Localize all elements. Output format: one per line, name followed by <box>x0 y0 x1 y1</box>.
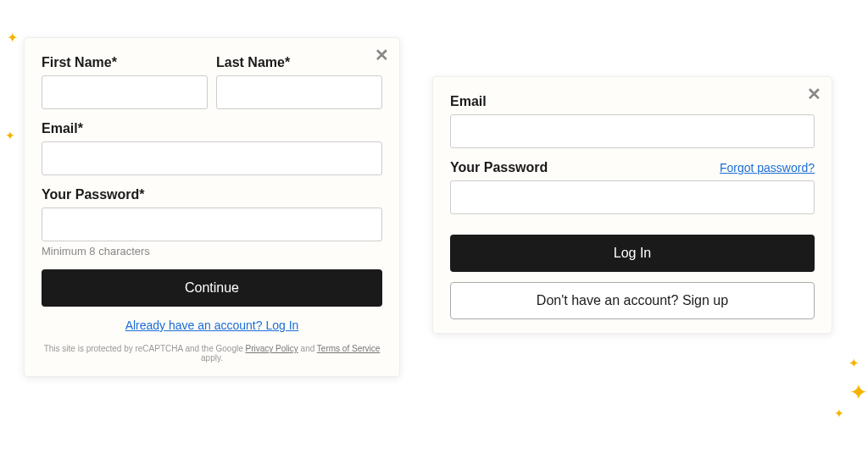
last-name-input[interactable] <box>216 75 382 109</box>
close-icon[interactable]: ✕ <box>807 86 821 102</box>
first-name-input[interactable] <box>42 75 208 109</box>
sparkle-icon: ✦ <box>849 356 860 371</box>
email-field-group: Email <box>450 94 815 148</box>
password-field-group: Your Password Forgot password? <box>450 160 815 214</box>
switch-to-login-link[interactable]: Already have an account? Log In <box>42 318 382 332</box>
password-input[interactable] <box>42 208 382 241</box>
login-modal: ✕ Email Your Password Forgot password? L… <box>432 76 832 334</box>
email-label: Email* <box>42 121 382 136</box>
sparkle-icon: ✦ <box>7 30 18 46</box>
legal-prefix: This site is protected by reCAPTCHA and … <box>44 344 246 353</box>
last-name-label: Last Name* <box>216 55 382 70</box>
terms-of-service-link[interactable]: Terms of Service <box>317 344 380 353</box>
password-label: Your Password* <box>42 187 382 202</box>
signup-modal: ✕ First Name* Last Name* Email* Your Pas… <box>24 37 400 377</box>
privacy-policy-link[interactable]: Privacy Policy <box>246 344 298 353</box>
password-hint: Minimum 8 characters <box>42 245 382 257</box>
email-field-group: Email* <box>42 121 382 175</box>
legal-and: and <box>298 344 317 353</box>
email-label: Email <box>450 94 815 109</box>
first-name-label: First Name* <box>42 55 208 70</box>
forgot-password-link[interactable]: Forgot password? <box>720 161 815 174</box>
legal-text: This site is protected by reCAPTCHA and … <box>42 344 382 363</box>
legal-suffix: apply. <box>201 353 223 363</box>
password-label: Your Password <box>450 160 548 175</box>
sparkle-icon: ✦ <box>849 379 868 406</box>
first-name-field-group: First Name* <box>42 55 208 109</box>
email-input[interactable] <box>42 141 382 175</box>
sparkle-icon: ✦ <box>834 407 844 420</box>
email-input[interactable] <box>450 114 815 148</box>
last-name-field-group: Last Name* <box>216 55 382 109</box>
sparkle-icon: ✦ <box>5 129 15 142</box>
login-button[interactable]: Log In <box>450 235 815 272</box>
password-field-group: Your Password* Minimum 8 characters <box>42 187 382 257</box>
continue-button[interactable]: Continue <box>42 269 382 307</box>
switch-to-signup-button[interactable]: Don't have an account? Sign up <box>450 282 815 319</box>
close-icon[interactable]: ✕ <box>375 47 389 64</box>
password-input[interactable] <box>450 180 815 214</box>
